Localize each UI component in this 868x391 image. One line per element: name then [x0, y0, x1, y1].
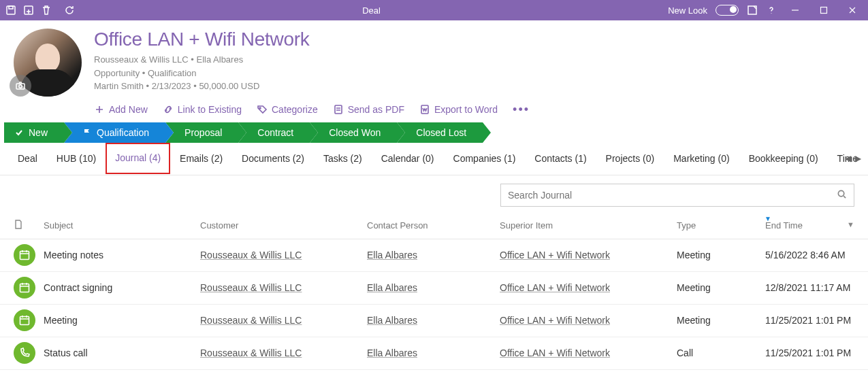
cell-end-time: 12/8/2021 11:17 AM [765, 282, 854, 293]
search-icon[interactable] [837, 189, 847, 201]
tab-tasks[interactable]: Tasks (2) [314, 143, 372, 173]
help-icon[interactable] [766, 5, 777, 16]
stage-contract[interactable]: Contract [238, 122, 310, 143]
header-company: Rousseaux & Willis LLC [94, 54, 189, 65]
header-amount: 50,000.00 USD [199, 81, 259, 91]
svg-point-10 [838, 190, 843, 196]
tab-scroll-left[interactable]: ◀ [845, 154, 851, 163]
categorize-button[interactable]: Categorize [257, 104, 318, 115]
cell-superior-link[interactable]: Office LAN + Wifi Network [500, 282, 610, 293]
new-look-toggle[interactable] [716, 5, 739, 16]
col-superior[interactable]: Superior Item [500, 220, 677, 231]
cell-customer-link[interactable]: Rousseaux & Willis LLC [200, 347, 302, 358]
svg-rect-13 [20, 317, 29, 325]
minimize-button[interactable] [785, 0, 805, 20]
svg-point-7 [259, 107, 261, 109]
search-input[interactable] [508, 190, 837, 201]
save-new-icon[interactable] [23, 5, 34, 16]
flag-icon [83, 129, 91, 137]
delete-icon[interactable] [41, 5, 52, 16]
cell-subject: Contract signing [44, 282, 200, 293]
save-icon[interactable] [5, 5, 16, 16]
col-subject[interactable]: Subject [44, 220, 200, 231]
table-row[interactable]: Contract signingRousseaux & Willis LLCEl… [0, 272, 868, 305]
col-end-time[interactable]: ▼End Time▼ [765, 220, 854, 231]
table-row[interactable]: Status callRousseaux & Willis LLCElla Al… [0, 337, 868, 370]
cell-subject: Status call [44, 347, 200, 358]
window-title: Deal [75, 5, 668, 16]
tab-calendar[interactable]: Calendar (0) [372, 143, 444, 173]
tab-bookkeeping[interactable]: Bookkeeping (0) [739, 143, 828, 173]
stage-qualification[interactable]: Qualification [64, 122, 165, 143]
cell-type: Call [677, 347, 765, 358]
cell-superior-link[interactable]: Office LAN + Wifi Network [500, 250, 610, 260]
calendar-icon [14, 309, 35, 331]
close-button[interactable] [842, 0, 863, 20]
cell-superior-link[interactable]: Office LAN + Wifi Network [500, 347, 610, 358]
tab-documents[interactable]: Documents (2) [232, 143, 314, 173]
col-customer[interactable]: Customer [200, 220, 367, 231]
cell-contact-link[interactable]: Ella Albares [367, 282, 417, 293]
tab-scroll-right[interactable]: ▶ [855, 154, 861, 163]
calendar-icon [14, 277, 35, 299]
stage-new[interactable]: New [4, 122, 64, 143]
maximize-button[interactable] [814, 0, 834, 20]
header-contact: Ella Albares [197, 54, 244, 65]
svg-rect-8 [335, 105, 342, 114]
stage-proposal[interactable]: Proposal [165, 122, 238, 143]
search-box[interactable] [500, 184, 854, 207]
tab-hub[interactable]: HUB (10) [47, 143, 106, 173]
tab-projects[interactable]: Projects (0) [596, 143, 664, 173]
filter-indicator-icon: ▼ [765, 215, 771, 222]
check-icon [15, 129, 23, 137]
cell-customer-link[interactable]: Rousseaux & Willis LLC [200, 282, 302, 293]
svg-rect-0 [7, 6, 15, 14]
cell-contact-link[interactable]: Ella Albares [367, 315, 417, 326]
tab-contacts[interactable]: Contacts (1) [525, 143, 596, 173]
cell-customer-link[interactable]: Rousseaux & Willis LLC [200, 250, 302, 260]
tab-journal[interactable]: Journal (4) [106, 143, 170, 174]
header-owner: Martin Smith [94, 81, 144, 91]
more-actions-button[interactable]: ••• [513, 103, 530, 117]
record-title: Office LAN + Wifi Network [94, 29, 854, 50]
customize-icon[interactable] [747, 5, 758, 16]
cell-customer-link[interactable]: Rousseaux & Willis LLC [200, 315, 302, 326]
svg-rect-11 [20, 252, 29, 260]
svg-rect-1 [9, 6, 13, 9]
svg-rect-4 [821, 7, 827, 14]
cell-end-time: 5/16/2022 8:46 AM [765, 250, 854, 260]
tab-strip: Deal HUB (10) Journal (4) Emails (2) Doc… [0, 143, 868, 175]
table-row[interactable]: MeetingRousseaux & Willis LLCElla Albare… [0, 305, 868, 337]
header-stage-status: Qualification [148, 68, 197, 78]
calendar-icon [14, 244, 35, 266]
cell-contact-link[interactable]: Ella Albares [367, 250, 417, 260]
link-existing-button[interactable]: Link to Existing [163, 104, 242, 115]
tab-emails[interactable]: Emails (2) [170, 143, 232, 173]
document-icon [14, 220, 23, 229]
header-date: 2/13/2023 [152, 81, 191, 91]
tab-marketing[interactable]: Marketing (0) [664, 143, 739, 173]
stage-closed-lost[interactable]: Closed Lost [397, 122, 483, 143]
list-toolbar [0, 175, 868, 212]
stage-closed-won[interactable]: Closed Won [310, 122, 397, 143]
table-header: Subject Customer Contact Person Superior… [0, 212, 868, 239]
record-subtitle: Rousseaux & Willis LLC • Ella Albares Op… [94, 53, 854, 93]
cell-superior-link[interactable]: Office LAN + Wifi Network [500, 315, 610, 326]
col-contact[interactable]: Contact Person [367, 220, 500, 231]
table-row[interactable]: Meeting notesRousseaux & Willis LLCElla … [0, 239, 868, 272]
tab-deal[interactable]: Deal [8, 143, 47, 173]
send-pdf-button[interactable]: Send as PDF [333, 104, 404, 115]
tab-companies[interactable]: Companies (1) [444, 143, 526, 173]
cell-type: Meeting [677, 282, 765, 293]
col-type[interactable]: Type [677, 220, 765, 231]
change-photo-button[interactable] [10, 75, 31, 97]
refresh-icon[interactable] [64, 5, 75, 16]
add-new-button[interactable]: Add New [94, 104, 148, 115]
cell-subject: Meeting notes [44, 250, 200, 260]
cell-type: Meeting [677, 315, 765, 326]
record-header: Office LAN + Wifi Network Rousseaux & Wi… [0, 20, 868, 122]
cell-contact-link[interactable]: Ella Albares [367, 347, 417, 358]
header-stage: Opportunity [94, 68, 140, 78]
export-word-button[interactable]: Export to Word [419, 104, 498, 115]
cell-end-time: 11/25/2021 1:01 PM [765, 315, 854, 326]
